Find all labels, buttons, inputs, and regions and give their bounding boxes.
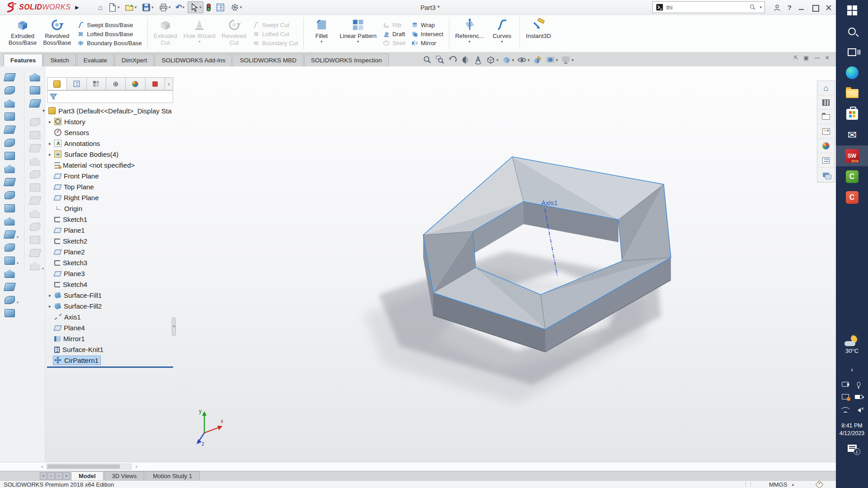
- tree-item-sketch1[interactable]: ▸ Sketch1: [47, 214, 173, 225]
- tree-item-sketch3[interactable]: ▸ Sketch3: [47, 257, 173, 268]
- close-window-button[interactable]: [825, 4, 832, 11]
- options-button[interactable]: ▾: [228, 1, 244, 13]
- fillet-feature-tool[interactable]: ▾: [27, 117, 42, 127]
- mirror-button[interactable]: Mirror: [409, 39, 445, 47]
- thickened-cut-tool[interactable]: ▾: [2, 295, 17, 305]
- tab-evaluate[interactable]: Evaluate: [77, 54, 114, 66]
- ruled-surface-tool[interactable]: ▾: [2, 177, 17, 188]
- temperature-text[interactable]: 30°C: [845, 347, 859, 354]
- previous-view-button[interactable]: [448, 55, 458, 65]
- tree-item-surface-bodies[interactable]: ▸ Surface Bodies(4): [47, 149, 173, 160]
- mail-app-button[interactable]: ✉: [836, 125, 868, 145]
- dropdown-caret-icon[interactable]: ▾: [321, 39, 323, 44]
- dropdown-caret-icon[interactable]: ▾: [512, 58, 514, 62]
- scroll-right-icon[interactable]: ›: [133, 463, 140, 470]
- dropdown-caret-icon[interactable]: ▾: [468, 39, 471, 44]
- task-view-button[interactable]: [836, 42, 868, 62]
- solidworks-app-button[interactable]: SW2018: [836, 145, 868, 166]
- tree-item-surface-fill2[interactable]: ▸ Surface-Fill2: [47, 300, 173, 311]
- instant3d-tool[interactable]: ▾: [27, 98, 42, 109]
- swept-cut-button[interactable]: Swept Cut: [250, 21, 300, 29]
- featuremanager-tree-tab[interactable]: [47, 77, 67, 90]
- view-settings-button[interactable]: ▾: [561, 55, 574, 65]
- linear-pattern-button[interactable]: Linear Pattern▾: [337, 16, 379, 52]
- weather-icon[interactable]: [844, 334, 860, 346]
- login-person-icon[interactable]: [773, 4, 781, 12]
- search-box[interactable]: thi ▾: [652, 1, 765, 13]
- tree-item-mirror1[interactable]: ▸ Mirror1: [47, 333, 173, 344]
- tree-filter-box[interactable]: [47, 90, 173, 103]
- pin-commandmanager-icon[interactable]: ▣: [804, 55, 809, 61]
- knit-surface-tool[interactable]: ▾: [2, 268, 17, 279]
- dropdown-caret-icon[interactable]: ▾: [42, 267, 44, 271]
- expand-arrow-icon[interactable]: ▸: [47, 119, 53, 124]
- last-tab-icon[interactable]: »: [63, 472, 70, 480]
- lofted-surface-tool[interactable]: ▾: [2, 111, 17, 122]
- lofted-cut-button[interactable]: Lofted Cut: [250, 30, 300, 38]
- taskpane-file-explorer-button[interactable]: [817, 110, 835, 124]
- expand-arrow-icon[interactable]: ▸: [47, 141, 53, 146]
- red-c-app-button[interactable]: C: [836, 187, 868, 208]
- start-button[interactable]: [836, 0, 868, 21]
- revolved-surface-tool[interactable]: ▾: [2, 85, 17, 96]
- expand-arrow-icon[interactable]: ▸: [47, 152, 53, 157]
- replace-face-tool[interactable]: ▾: [2, 203, 17, 214]
- search-icon[interactable]: [749, 4, 756, 11]
- dropdown-caret-icon[interactable]: ▾: [135, 5, 137, 9]
- hide-show-items-button[interactable]: ▾: [517, 55, 530, 65]
- intersect-feature-tool[interactable]: ▾: [27, 221, 42, 232]
- tree-item-axis1[interactable]: ▸ Axis1: [47, 311, 173, 322]
- zoom-to-fit-button[interactable]: [423, 55, 432, 65]
- microphone-tray-icon[interactable]: [857, 382, 860, 387]
- open-button[interactable]: ▾: [123, 1, 139, 13]
- taskpane-appearances-button[interactable]: [817, 139, 835, 153]
- dropdown-caret-icon[interactable]: ▾: [17, 235, 19, 239]
- tree-item-plane1[interactable]: ▸ Plane1: [47, 225, 173, 235]
- filled-surface-tool[interactable]: ▾: [2, 137, 17, 148]
- next-tab-icon[interactable]: ›: [55, 472, 62, 480]
- configurationmanager-tab[interactable]: [87, 77, 106, 90]
- tree-item-surface-fill1[interactable]: ▸ Surface-Fill1: [47, 290, 173, 300]
- tree-item-sketch4[interactable]: ▸ Sketch4: [47, 279, 173, 290]
- tab-solidworks-mbd[interactable]: SOLIDWORKS MBD: [233, 54, 303, 66]
- intersect-button[interactable]: Intersect: [409, 30, 445, 38]
- dropdown-caret-icon[interactable]: ▾: [556, 58, 558, 62]
- tag-icon[interactable]: [815, 480, 823, 488]
- tree-item-history[interactable]: ▸ History: [47, 116, 173, 127]
- mirror-feature-tool[interactable]: ▾: [27, 208, 42, 219]
- scrollbar-thumb[interactable]: [47, 465, 120, 469]
- tree-item-part3[interactable]: ▸ Part3 (Default<<Default>_Display Sta: [41, 105, 173, 116]
- maximize-window-button[interactable]: [811, 4, 819, 11]
- boundary-surface-tool[interactable]: ▾: [2, 124, 17, 135]
- section-view-button[interactable]: [461, 55, 470, 65]
- units-selector[interactable]: MMGS: [769, 481, 787, 488]
- dome-feature-tool[interactable]: ▾: [27, 195, 42, 206]
- view-orientation-button[interactable]: ▾: [486, 55, 499, 65]
- prev-tab-icon[interactable]: ‹: [47, 472, 55, 480]
- search-dropdown-caret-icon[interactable]: ▾: [760, 5, 762, 9]
- wrap-button[interactable]: Wrap: [409, 21, 445, 29]
- taskpane-forum-button[interactable]: [817, 168, 835, 182]
- cut-with-surface-tool[interactable]: ▾: [2, 308, 17, 319]
- battery-tray-icon[interactable]: [855, 395, 863, 399]
- reference-geometry-button[interactable]: Referenc...▾: [453, 16, 486, 52]
- dropdown-caret-icon[interactable]: ▾: [571, 58, 574, 62]
- taskbar-search-button[interactable]: [836, 21, 868, 42]
- tab-sketch[interactable]: Sketch: [43, 54, 75, 66]
- delete-face-tool[interactable]: ▾: [2, 190, 17, 201]
- instant3d-button[interactable]: Instant3D: [524, 16, 553, 52]
- boundary-cut-button[interactable]: Boundary Cut: [250, 39, 300, 47]
- dropdown-caret-icon[interactable]: ▾: [501, 39, 503, 44]
- dimxpertmanager-tab[interactable]: ⊕: [106, 77, 126, 90]
- minimize-window-button[interactable]: [798, 4, 805, 11]
- swept-surface-tool[interactable]: ▾: [2, 98, 17, 109]
- tree-item-surface-knit1[interactable]: ▸ Surface-Knit1: [47, 344, 173, 355]
- tree-item-plane3[interactable]: ▸ Plane3: [47, 268, 173, 279]
- units-caret-icon[interactable]: ▴: [792, 482, 794, 487]
- expand-commandmanager-icon[interactable]: ⇱: [794, 55, 798, 61]
- tab-solidworks-add-ins[interactable]: SOLIDWORKS Add-Ins: [155, 54, 232, 66]
- extend-surface-tool[interactable]: ▾: [2, 216, 17, 227]
- tree-item-top-plane[interactable]: ▸ Top Plane: [47, 181, 173, 192]
- expand-arrow-icon[interactable]: ▸: [42, 108, 47, 114]
- curves-tool[interactable]: ▾: [27, 85, 42, 96]
